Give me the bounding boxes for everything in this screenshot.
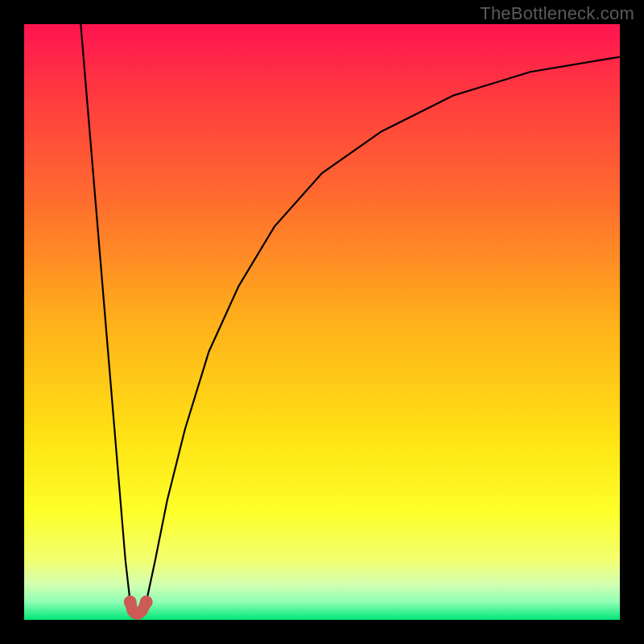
watermark-text: TheBottleneck.com [480, 3, 634, 24]
chart-svg [24, 24, 620, 620]
plot-area [24, 24, 620, 620]
chart-frame: TheBottleneck.com [0, 0, 644, 644]
gradient-background [24, 24, 620, 620]
cusp-marker-dot [140, 596, 153, 609]
cusp-marker-dot [124, 596, 137, 609]
